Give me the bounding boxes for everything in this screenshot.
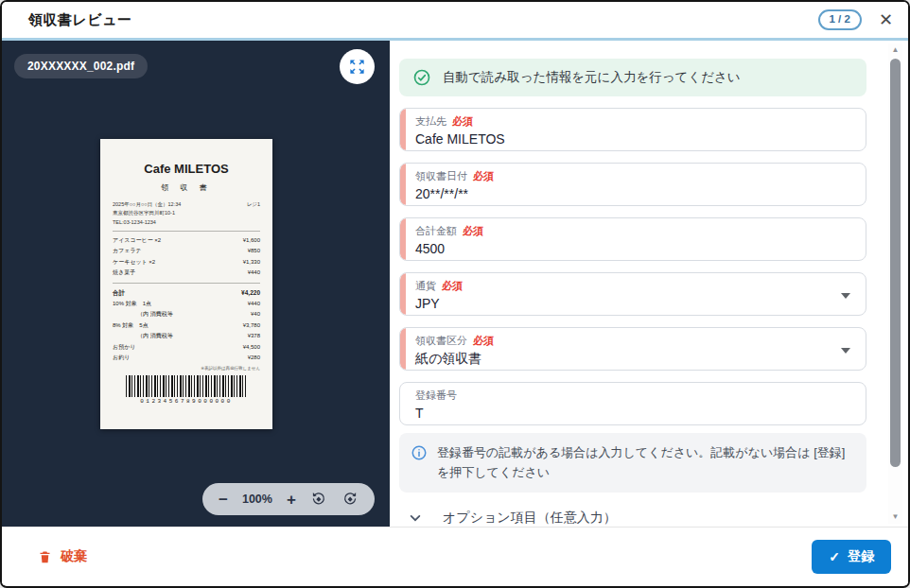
field-label: 領収書日付 [415,169,467,183]
submit-button[interactable]: ✓ 登録 [812,540,891,574]
receipt-register: レジ1 [247,200,260,209]
receipt-footnote: ※表記以外は再発行致しません [113,366,260,371]
barcode [126,375,247,397]
trash-icon [38,549,52,564]
receipt-change-row: お釣り¥280 [113,353,260,363]
rotate-left-icon[interactable] [310,491,327,508]
registration-number-field[interactable]: 登録番号 T [399,382,866,425]
checkmark-icon: ✓ [829,549,840,564]
receipt-review-dialog: 領収書レビュー 1 / 2 ✕ 20XXXXXX_002.pdf Cafe MI… [0,0,910,588]
payee-field[interactable]: 支払先 必須 Cafe MILETOS [399,108,866,151]
field-label: 支払先 [415,114,446,129]
receipt-type-value[interactable]: 紙の領収書 [415,351,852,368]
receipt-total-row: 合計¥4,220 [113,287,260,299]
dialog-body: 20XXXXXX_002.pdf Cafe MILETOS 領 収 書 2025… [2,41,908,527]
scroll-up-icon[interactable]: ▲ [888,43,902,57]
success-banner-text: 自動で読み取った情報を元に入力を行ってください [443,69,741,86]
required-badge: 必須 [473,334,494,348]
form-pane: 自動で読み取った情報を元に入力を行ってください 支払先 必須 Cafe MILE… [390,41,908,527]
required-badge: 必須 [452,114,473,129]
options-section-label: オプション項目（任意入力） [443,510,617,527]
options-section-toggle[interactable]: オプション項目（任意入力） [399,493,866,527]
receipt-preview: Cafe MILETOS 領 収 書 2025年○○月○○日（金）12:34 レ… [100,139,272,429]
receipt-item: アイスコーヒー ×2¥1,600 [113,235,260,246]
zoom-toolbar: − 100% + [202,483,375,515]
currency-select[interactable]: 通貨 必須 JPY [399,272,866,316]
receipt-store-name: Cafe MILETOS [113,162,260,176]
receipt-tax-row: （内 消費税等¥378 [113,331,260,341]
receipt-tax-row: 8% 対象 5点¥3,780 [113,320,260,331]
receipt-tax-row: 10% 対象 1点¥440 [113,299,260,309]
close-icon[interactable]: ✕ [879,11,893,28]
zoom-out-button[interactable]: − [219,492,228,508]
field-label: 通貨 [415,279,436,293]
total-amount-value[interactable]: 4500 [415,241,852,256]
required-badge: 必須 [442,279,463,293]
registration-number-value[interactable]: T [415,406,852,421]
chevron-down-icon[interactable] [841,293,850,299]
receipt-line-items: アイスコーヒー ×2¥1,600 カフェラテ¥850 ケーキセット ×2¥1,3… [113,235,260,363]
fullscreen-icon [348,58,366,76]
receipt-address: 東京都渋谷区宇田川町10-1 [113,209,260,217]
receipt-tendered-row: お預かり¥4,500 [113,342,260,353]
total-amount-field[interactable]: 合計金額 必須 4500 [399,217,866,261]
discard-button[interactable]: 破棄 [38,548,87,565]
submit-label: 登録 [848,548,874,565]
page-indicator: 1 / 2 [818,9,862,30]
receipt-type-select[interactable]: 領収書区分 必須 紙の領収書 [399,327,866,371]
info-note-text: 登録番号の記載がある場合は入力してください。記載がない場合は [登録] を押下し… [437,442,853,483]
chevron-down-icon [409,511,422,525]
fullscreen-button[interactable] [340,49,375,84]
receipt-date: 2025年○○月○○日（金）12:34 [113,200,181,209]
receipt-tax-row: （内 消費税等¥40 [113,309,260,320]
required-badge: 必須 [473,169,494,183]
dialog-title: 領収書レビュー [28,11,132,29]
zoom-in-button[interactable]: + [287,492,296,508]
vertical-scrollbar[interactable]: ▲ ▼ [888,43,902,524]
chevron-down-icon[interactable] [841,348,850,354]
field-label: 合計金額 [415,224,457,238]
success-banner: 自動で読み取った情報を元に入力を行ってください [399,59,866,96]
field-label: 領収書区分 [415,334,467,348]
rotate-right-icon[interactable] [341,491,359,508]
receipt-meta: 2025年○○月○○日（金）12:34 レジ1 東京都渋谷区宇田川町10-1 T… [113,200,260,227]
payee-value[interactable]: Cafe MILETOS [415,131,852,147]
barcode-digits: 0123456789000000 [113,398,260,405]
receipt-tel: TEL:03-1234-1234 [113,218,260,227]
dialog-footer: 破棄 ✓ 登録 [2,527,908,585]
required-badge: 必須 [463,224,483,238]
receipt-item: 焼き菓子¥440 [113,268,260,278]
receipt-item: ケーキセット ×2¥1,330 [113,257,260,268]
zoom-level: 100% [242,493,272,506]
receipt-date-value[interactable]: 20**/**/** [415,186,852,201]
document-viewer: 20XXXXXX_002.pdf Cafe MILETOS 領 収 書 2025… [2,41,390,527]
registration-info-note: 登録番号の記載がある場合は入力してください。記載がない場合は [登録] を押下し… [399,433,866,493]
receipt-date-field[interactable]: 領収書日付 必須 20**/**/** [399,163,866,206]
scroll-down-icon[interactable]: ▼ [888,510,902,524]
dialog-header: 領収書レビュー 1 / 2 ✕ [2,2,908,41]
currency-value[interactable]: JPY [415,296,852,311]
info-icon [411,442,428,483]
check-circle-icon [412,68,431,87]
discard-label: 破棄 [61,548,87,565]
filename-badge: 20XXXXXX_002.pdf [14,54,148,78]
scrollbar-thumb[interactable] [890,59,901,467]
field-label: 登録番号 [415,389,457,403]
receipt-item: カフェラテ¥850 [113,246,260,256]
receipt-doc-title: 領 収 書 [113,182,260,193]
